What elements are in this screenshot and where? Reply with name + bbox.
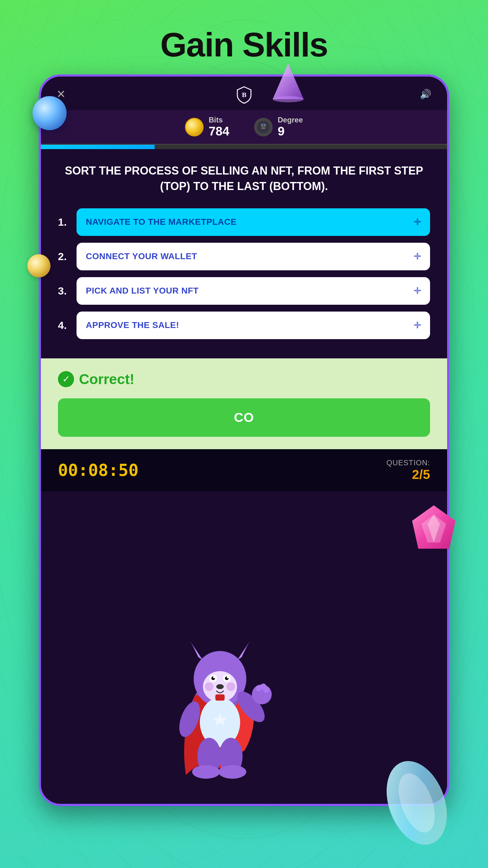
degree-value: 9 xyxy=(278,124,303,138)
svg-point-38 xyxy=(192,765,220,779)
svg-point-24 xyxy=(213,676,215,678)
check-symbol: ✓ xyxy=(62,374,70,384)
answer-button-4[interactable]: APPROVE THE SALE! ✛ xyxy=(76,312,430,339)
svg-point-28 xyxy=(227,682,235,691)
answer-number-3: 3. xyxy=(58,285,70,297)
deco-cone xyxy=(269,62,307,102)
answer-row: 1. NAVIGATE TO THE MARKETPLACE ✛ xyxy=(58,208,430,236)
drag-icon-2: ✛ xyxy=(414,251,421,261)
sound-button[interactable]: 🔊 xyxy=(420,89,432,100)
svg-marker-0 xyxy=(273,64,304,99)
correct-badge: ✓ Correct! xyxy=(58,371,430,388)
progress-bar xyxy=(41,145,447,149)
answer-row-2: 2. CONNECT YOUR WALLET ✛ xyxy=(58,243,430,270)
correct-check-icon: ✓ xyxy=(58,371,74,387)
drag-icon-3: ✛ xyxy=(414,286,421,296)
question-count-value: 2/5 xyxy=(386,467,430,482)
degree-stat: Degree 9 xyxy=(254,116,303,138)
degree-icon xyxy=(254,118,273,136)
question-text: SORT THE PROCESS OF SELLING AN NFT, FROM… xyxy=(58,163,430,194)
answer-button-1[interactable]: NAVIGATE TO THE MARKETPLACE ✛ xyxy=(76,208,430,236)
svg-rect-12 xyxy=(261,128,265,129)
svg-point-26 xyxy=(216,684,224,689)
deco-gem xyxy=(406,502,462,558)
question-area: SORT THE PROCESS OF SELLING AN NFT, FROM… xyxy=(41,149,447,205)
correct-text: Correct! xyxy=(79,371,134,388)
answer-button-2[interactable]: CONNECT YOUR WALLET ✛ xyxy=(76,243,430,270)
answer-number-4: 4. xyxy=(58,319,70,331)
answer-label-2: CONNECT YOUR WALLET xyxy=(86,251,197,261)
svg-point-1 xyxy=(273,96,304,102)
deco-crystal xyxy=(383,756,451,849)
bits-label: Bits xyxy=(208,116,229,124)
deco-ball-blue xyxy=(33,96,67,130)
bits-icon xyxy=(185,118,203,136)
svg-point-27 xyxy=(205,682,214,691)
answer-number-1: 1. xyxy=(58,216,70,228)
answer-number-2: 2. xyxy=(58,250,70,262)
bits-stat: Bits 784 xyxy=(185,116,229,138)
svg-point-34 xyxy=(263,687,269,693)
drag-icon-4: ✛ xyxy=(414,320,421,331)
correct-section: ✓ Correct! CO xyxy=(41,359,447,449)
svg-point-25 xyxy=(227,676,229,678)
drag-icon-1: ✛ xyxy=(414,217,421,227)
page-title: Gain Skills xyxy=(0,0,488,64)
svg-point-11 xyxy=(264,124,265,126)
svg-point-39 xyxy=(219,765,246,779)
bottom-bar: 00:08:50 QUESTION: 2/5 xyxy=(41,449,447,491)
answer-row-3: 3. PICK AND LIST YOUR NFT ✛ xyxy=(58,277,430,305)
continue-button[interactable]: CO xyxy=(58,398,430,437)
bits-value: 784 xyxy=(208,124,229,138)
answer-button-3[interactable]: PICK AND LIST YOUR NFT ✛ xyxy=(76,277,430,305)
progress-fill xyxy=(41,145,155,149)
answer-label-1: NAVIGATE TO THE MARKETPLACE xyxy=(86,217,236,227)
svg-rect-40 xyxy=(215,694,225,701)
answer-label-3: PICK AND LIST YOUR NFT xyxy=(86,286,199,296)
svg-point-9 xyxy=(261,123,266,128)
degree-label: Degree xyxy=(278,116,303,124)
logo-shield: B xyxy=(235,85,254,104)
question-count: QUESTION: 2/5 xyxy=(386,459,430,482)
svg-point-10 xyxy=(261,124,262,126)
answers-area: 1. NAVIGATE TO THE MARKETPLACE ✛ 2. CONN… xyxy=(41,205,447,359)
answer-label-4: APPROVE THE SALE! xyxy=(86,320,179,330)
mascot xyxy=(155,626,285,787)
stats-bar: Bits 784 Degree 9 xyxy=(41,110,447,145)
svg-marker-15 xyxy=(191,642,203,660)
timer: 00:08:50 xyxy=(58,460,138,480)
svg-marker-16 xyxy=(237,642,250,660)
deco-ball-gold xyxy=(27,254,51,277)
answer-row-4: 4. APPROVE THE SALE! ✛ xyxy=(58,312,430,339)
svg-text:B: B xyxy=(242,91,246,99)
question-count-label: QUESTION: xyxy=(386,459,430,467)
phone-topbar: ✕ B 🔊 xyxy=(41,76,447,110)
